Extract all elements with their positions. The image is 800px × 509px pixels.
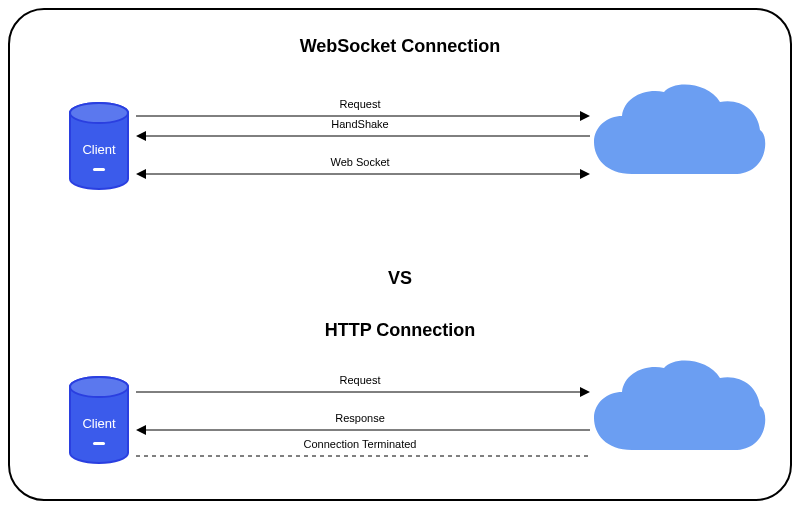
svg-rect-2: [93, 168, 105, 171]
server-cloud-icon-top: [588, 84, 768, 196]
client-label-bottom: Client: [82, 416, 115, 431]
server-cloud-icon-bottom: [588, 360, 768, 472]
svg-marker-16: [136, 425, 146, 435]
svg-marker-14: [580, 387, 590, 397]
http-response-arrow: [136, 424, 590, 436]
svg-marker-4: [580, 111, 590, 121]
http-request-arrow: [136, 386, 590, 398]
client-icon-bottom: Client: [68, 376, 130, 464]
http-terminated-line: [136, 450, 590, 462]
diagram-frame: WebSocket Connection Client Request Hand…: [8, 8, 792, 501]
svg-point-1: [70, 103, 128, 123]
svg-marker-8: [136, 169, 146, 179]
svg-rect-12: [93, 442, 105, 445]
http-response-label: Response: [335, 412, 385, 424]
ws-handshake-arrow: [136, 130, 590, 142]
http-terminated-label: Connection Terminated: [304, 438, 417, 450]
svg-marker-6: [136, 131, 146, 141]
websocket-title: WebSocket Connection: [300, 36, 501, 57]
svg-point-11: [70, 377, 128, 397]
vs-label: VS: [388, 268, 412, 289]
ws-websocket-label: Web Socket: [330, 156, 389, 168]
client-label-top: Client: [82, 142, 115, 157]
ws-websocket-arrow: [136, 168, 590, 180]
http-request-label: Request: [340, 374, 381, 386]
http-title: HTTP Connection: [325, 320, 476, 341]
svg-marker-9: [580, 169, 590, 179]
client-icon-top: Client: [68, 102, 130, 190]
ws-handshake-label: HandShake: [331, 118, 389, 130]
ws-request-label: Request: [340, 98, 381, 110]
